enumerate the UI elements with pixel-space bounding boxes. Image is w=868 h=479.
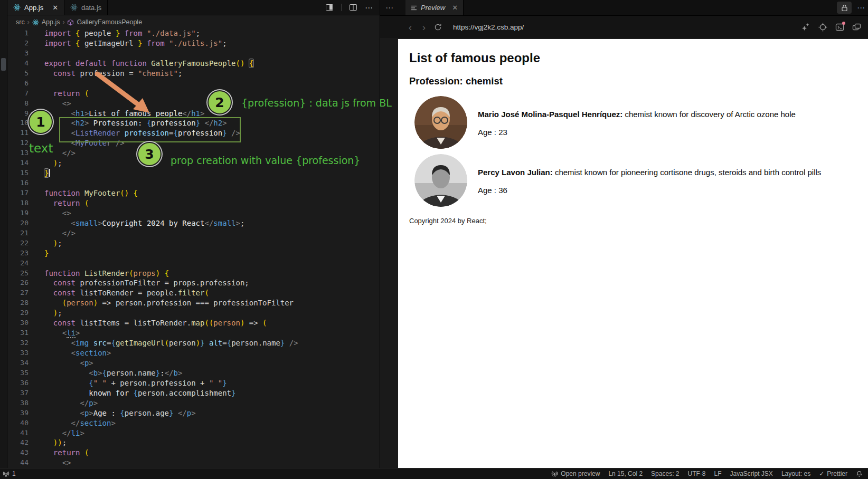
code-line[interactable]: 40 </section> xyxy=(7,418,380,428)
code-line[interactable]: 12 <MyFooter /> xyxy=(7,138,380,148)
console-icon[interactable] xyxy=(835,23,844,32)
code-line[interactable]: 20 <small>Copyright 2024 by React</small… xyxy=(7,218,380,228)
url-text[interactable]: https://vgj2k2.csb.app/ xyxy=(453,23,524,31)
code-line[interactable]: 10 <h2> Profession: {profession} </h2> xyxy=(7,118,380,128)
more-actions-icon[interactable]: ⋯ xyxy=(365,4,373,12)
code-line[interactable]: 37 known for {person.accomplishment} xyxy=(7,388,380,398)
cursor-position[interactable]: Ln 15, Col 2 xyxy=(608,470,643,477)
open-window-icon[interactable] xyxy=(852,23,861,32)
code-line[interactable]: 15} xyxy=(7,168,380,178)
preview-menu-icon[interactable]: ⋯ xyxy=(857,4,865,12)
line-text: known for {person.accomplishment} xyxy=(44,388,235,398)
code-line[interactable]: 36 {" " + person.profession + " "} xyxy=(7,378,380,388)
line-text: <h2> Profession: {profession} </h2> xyxy=(44,118,227,128)
code-line[interactable]: 28 (person) => person.profession === pro… xyxy=(7,298,380,308)
code-line[interactable]: 3 xyxy=(7,49,380,59)
line-text: <h1>List of famous people</h1> xyxy=(44,109,204,119)
encoding[interactable]: UTF-8 xyxy=(687,470,705,477)
line-text: ); xyxy=(44,238,62,248)
code-line[interactable]: 22 ); xyxy=(7,238,380,248)
line-number: 44 xyxy=(7,458,29,468)
code-line[interactable]: 23} xyxy=(7,248,380,258)
code-line[interactable]: 14 ); xyxy=(7,158,380,168)
code-line[interactable]: 9 <h1>List of famous people</h1> xyxy=(7,109,380,119)
code-line[interactable]: 35 <b>{person.name}:</b> xyxy=(7,368,380,378)
code-line[interactable]: 31 <li> xyxy=(7,328,380,338)
code-line[interactable]: 29 ); xyxy=(7,308,380,318)
sparkles-icon[interactable] xyxy=(801,23,810,32)
code-line[interactable]: 21 </> xyxy=(7,228,380,238)
close-icon[interactable]: ✕ xyxy=(52,4,58,12)
person-description: chemist known for pioneering cortisone d… xyxy=(553,168,822,177)
line-number: 22 xyxy=(7,238,29,248)
forward-icon[interactable]: › xyxy=(417,22,431,33)
back-icon[interactable]: ‹ xyxy=(403,22,417,33)
language-mode[interactable]: JavaScript JSX xyxy=(730,470,773,477)
line-text: <img src={getImageUrl(person)} alt={pers… xyxy=(44,338,298,348)
line-number: 23 xyxy=(7,248,29,258)
bell-icon[interactable] xyxy=(856,471,863,477)
breadcrumb-item-symbol[interactable]: GalleryFamousPeople xyxy=(77,18,142,26)
lock-button[interactable] xyxy=(837,2,852,14)
code-line[interactable]: 1import { people } from "./data.js"; xyxy=(7,28,380,39)
code-line[interactable]: 38 </p> xyxy=(7,398,380,408)
line-number: 11 xyxy=(7,128,29,138)
rail-drag-handle[interactable] xyxy=(1,58,6,71)
tab-preview[interactable]: Preview ✕ xyxy=(405,0,464,15)
code-line[interactable]: 32 <img src={getImageUrl(person)} alt={p… xyxy=(7,338,380,348)
tab-data-js[interactable]: data.js xyxy=(64,0,108,15)
code-line[interactable]: 25function ListRender(props) { xyxy=(7,269,380,279)
preview-tab-label: Preview xyxy=(421,4,445,12)
code-line[interactable]: 17function MyFooter() { xyxy=(7,188,380,198)
code-line[interactable]: 8 <> xyxy=(7,99,380,109)
code-line[interactable]: 18 return ( xyxy=(7,198,380,208)
code-line[interactable]: 43 return ( xyxy=(7,448,380,458)
code-line[interactable]: 7 return ( xyxy=(7,89,380,99)
code-line[interactable]: 6 xyxy=(7,79,380,89)
code-line[interactable]: 19 <> xyxy=(7,208,380,218)
code-line[interactable]: 41 </li> xyxy=(7,428,380,438)
code-line[interactable]: 42 )); xyxy=(7,438,380,448)
layout[interactable]: Layout: es xyxy=(781,470,810,477)
code-line[interactable]: 44 <> xyxy=(7,458,380,468)
person-photo xyxy=(414,96,467,149)
code-line[interactable]: 5 const profession = "chemist"; xyxy=(7,69,380,79)
line-number: 8 xyxy=(7,99,29,109)
breadcrumb-item-src[interactable]: src xyxy=(16,18,25,26)
person-age: Age : 36 xyxy=(478,186,821,195)
toggle-panel-icon[interactable] xyxy=(325,3,334,12)
open-preview-button[interactable]: Open preview xyxy=(551,470,600,477)
code-line[interactable]: 2import { getImageUrl } from "./utils.js… xyxy=(7,39,380,49)
prettier-status[interactable]: ✓ Prettier xyxy=(819,470,847,477)
line-number: 36 xyxy=(7,378,29,388)
line-text: <p>Age : {person.age} </p> xyxy=(44,408,196,418)
code-line[interactable]: 27 const listToRender = people.filter( xyxy=(7,288,380,298)
remote-indicator[interactable]: 1 xyxy=(0,470,16,477)
line-text: import { getImageUrl } from "./utils.js"… xyxy=(44,39,227,49)
code-line[interactable]: 30 const listItems = listToRender.map((p… xyxy=(7,318,380,328)
target-icon[interactable] xyxy=(818,23,827,32)
line-text: const listItems = listToRender.map((pers… xyxy=(44,318,267,328)
breadcrumb-item-appjs[interactable]: App.js xyxy=(42,18,60,26)
preview-more-left-icon[interactable]: ⋯ xyxy=(385,4,394,12)
split-editor-icon[interactable] xyxy=(349,3,357,12)
reload-icon[interactable] xyxy=(434,23,448,31)
person-text: Mario José Molina-Pasquel Henríquez: che… xyxy=(478,110,796,119)
code-line[interactable]: 34 <p> xyxy=(7,358,380,368)
code-line[interactable]: 11 <ListRender profession={profession} /… xyxy=(7,128,380,138)
code-area[interactable]: 1import { people } from "./data.js";2imp… xyxy=(7,28,380,468)
indentation[interactable]: Spaces: 2 xyxy=(651,470,679,477)
line-number: 13 xyxy=(7,148,29,158)
code-line[interactable]: 13 </> xyxy=(7,148,380,158)
tab-app-js[interactable]: App.js ✕ xyxy=(7,0,64,15)
code-line[interactable]: 24 xyxy=(7,258,380,269)
code-line[interactable]: 26 const professionToFilter = props.prof… xyxy=(7,278,380,288)
code-line[interactable]: 33 <section> xyxy=(7,348,380,358)
line-number: 32 xyxy=(7,338,29,348)
line-number: 26 xyxy=(7,278,29,288)
code-line[interactable]: 39 <p>Age : {person.age} </p> xyxy=(7,408,380,418)
code-line[interactable]: 4export default function GalleryFamousPe… xyxy=(7,59,380,69)
close-icon[interactable]: ✕ xyxy=(452,4,458,12)
code-line[interactable]: 16 xyxy=(7,178,380,188)
eol[interactable]: LF xyxy=(714,470,721,477)
